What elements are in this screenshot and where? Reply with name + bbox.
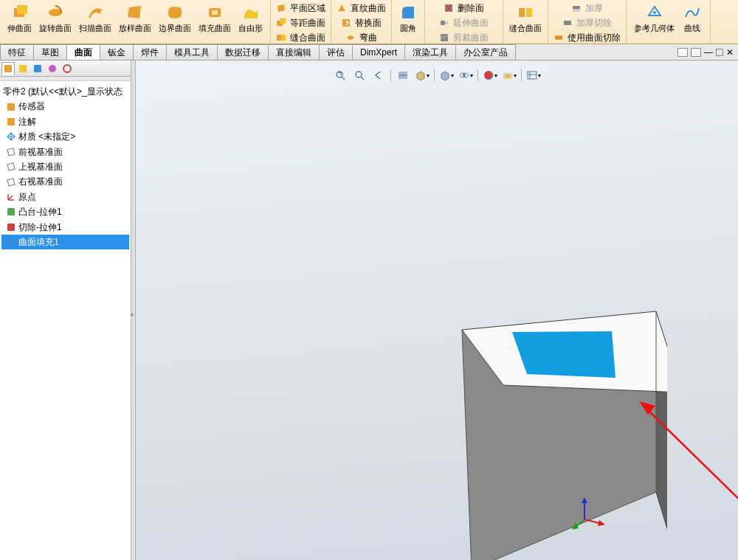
tree-item[interactable]: 原点	[1, 190, 129, 204]
window-close-icon[interactable]: ✕	[726, 47, 734, 58]
replace-face-button[interactable]: 替换面	[339, 16, 384, 30]
display-style-button[interactable]: ▾	[439, 68, 454, 83]
tab-dimxpert[interactable]: DimXpert	[352, 44, 405, 60]
ribbon-group-surfaces: 伸曲面 旋转曲面 扫描曲面 放样曲面 边界曲面 填充曲面	[0, 0, 271, 44]
ribbon-group-reference: 参考几何体 曲线	[627, 0, 711, 44]
model-cube[interactable]	[446, 297, 667, 560]
window-controls: — ✕	[677, 44, 738, 60]
hide-show-button[interactable]: ▾	[458, 68, 473, 83]
svg-point-28	[49, 65, 56, 72]
loft-surface-button[interactable]: 放样曲面	[116, 1, 154, 33]
ref-geometry-button[interactable]: 参考几何体	[631, 1, 677, 33]
display-manager-tab[interactable]	[61, 62, 74, 75]
planar-icon	[276, 3, 288, 15]
svg-rect-6	[280, 18, 286, 24]
property-manager-tab[interactable]	[16, 62, 30, 75]
thicken-icon	[571, 3, 583, 15]
svg-rect-17	[519, 8, 525, 17]
thicken-cut-button[interactable]: 加厚切除	[560, 16, 614, 30]
boss-extrude-icon	[6, 207, 16, 217]
tree-item[interactable]: 曲面填充1	[1, 235, 129, 249]
surface-cut-button[interactable]: 使用曲面切除	[551, 31, 623, 45]
freeform-button[interactable]: 自由形	[235, 1, 266, 33]
annotation-icon	[6, 117, 16, 127]
tree-item[interactable]: 前视基准面	[1, 145, 129, 159]
tab-directedit[interactable]: 直接编辑	[268, 44, 320, 60]
tab-rendertools[interactable]: 渲染工具	[404, 44, 456, 60]
trim-surface-button[interactable]: 剪裁曲面	[437, 31, 491, 45]
tree-item[interactable]: 凸台-拉伸1	[1, 204, 129, 219]
section-view-button[interactable]	[396, 68, 410, 83]
annotation-arrow	[638, 393, 738, 560]
offset-surface-button[interactable]: 等距曲面	[274, 16, 328, 30]
tree-root[interactable]: 零件2 (默认<<默认>_显示状态	[1, 84, 129, 99]
fill-surface-button[interactable]: 填充曲面	[196, 1, 234, 33]
surface-fill-icon	[6, 237, 16, 247]
svg-rect-19	[573, 6, 580, 9]
material-icon	[6, 131, 16, 142]
feature-manager-tab[interactable]	[1, 62, 15, 75]
planar-region-button[interactable]: 平面区域	[274, 1, 328, 15]
config-manager-tab[interactable]	[31, 62, 44, 75]
ruled-surface-button[interactable]: 直纹曲面	[334, 1, 388, 15]
tree-item-label: 凸台-拉伸1	[18, 204, 62, 219]
orientation-triad[interactable]	[571, 496, 608, 533]
tab-datamigration[interactable]: 数据迁移	[217, 44, 269, 60]
zoom-fit-button[interactable]: +	[333, 68, 348, 83]
tree-item[interactable]: 材质 <未指定>	[1, 129, 129, 144]
window-tile-icon[interactable]	[691, 48, 701, 57]
ribbon-group-ruled: 直纹曲面 替换面 弯曲	[331, 0, 392, 44]
extend-surface-button[interactable]: 延伸曲面	[437, 16, 491, 30]
manager-tabs	[0, 61, 131, 77]
graphics-viewport[interactable]: + ▾ ▾ ▾ ▾ ▾ ▾	[136, 61, 738, 560]
window-minimize-icon[interactable]: —	[704, 47, 713, 58]
edit-appearance-button[interactable]: ▾	[483, 68, 497, 83]
tree-item-label: 切除-拉伸1	[18, 220, 62, 235]
svg-rect-33	[7, 224, 15, 231]
dimxpert-manager-tab[interactable]	[46, 62, 59, 75]
fill-surface-icon	[204, 2, 225, 23]
tree-item-label: 右视基准面	[18, 174, 63, 189]
apply-scene-button[interactable]: ▾	[502, 68, 517, 83]
thicken-button[interactable]: 加厚	[569, 1, 605, 15]
tree-item[interactable]: 右视基准面	[1, 174, 129, 189]
window-cascade-icon[interactable]	[677, 48, 688, 57]
svg-rect-13	[441, 21, 445, 25]
knit-large-button[interactable]: 缝合曲面	[506, 1, 545, 33]
tab-features[interactable]: 特征	[0, 44, 34, 60]
flex-button[interactable]: 弯曲	[343, 31, 379, 45]
curves-button[interactable]: 曲线	[679, 1, 706, 33]
tab-weldments[interactable]: 焊件	[133, 44, 167, 60]
tree-item-label: 材质 <未指定>	[18, 129, 75, 144]
tab-moldtools[interactable]: 模具工具	[166, 44, 218, 60]
window-maximize-icon[interactable]	[716, 49, 723, 56]
svg-rect-34	[7, 238, 15, 246]
tab-sheetmetal[interactable]: 钣金	[100, 44, 134, 60]
tab-sketch[interactable]: 草图	[33, 44, 67, 60]
tree-item[interactable]: 传感器	[1, 99, 129, 114]
svg-rect-47	[528, 72, 537, 79]
svg-rect-1	[17, 5, 27, 14]
previous-view-button[interactable]	[371, 68, 386, 83]
tab-office[interactable]: 办公室产品	[455, 44, 516, 60]
revolve-surface-button[interactable]: 旋转曲面	[36, 1, 75, 33]
view-orientation-button[interactable]: ▾	[415, 68, 430, 83]
tab-surfaces[interactable]: 曲面	[66, 44, 100, 60]
tree-item-label: 前视基准面	[18, 145, 63, 159]
tree-item[interactable]: 切除-拉伸1	[1, 220, 129, 235]
fillet-button[interactable]: 圆角	[395, 1, 421, 33]
boundary-surface-button[interactable]: 边界曲面	[156, 1, 194, 33]
tree-item[interactable]: 上视基准面	[1, 159, 129, 174]
svg-point-24	[653, 11, 656, 14]
zoom-area-button[interactable]	[352, 68, 367, 83]
view-settings-button[interactable]: ▾	[526, 68, 541, 83]
tab-evaluate[interactable]: 评估	[319, 44, 353, 60]
extrude-surface-button[interactable]: 伸曲面	[4, 1, 35, 33]
delete-face-button[interactable]: 删除面	[441, 1, 486, 15]
svg-rect-31	[7, 118, 15, 125]
freeform-icon	[241, 2, 261, 23]
sweep-surface-button[interactable]: 扫描曲面	[76, 1, 114, 33]
knit-surface-button[interactable]: 缝合曲面	[274, 31, 328, 45]
loft-surface-icon	[125, 2, 145, 23]
tree-item[interactable]: 注解	[1, 114, 129, 129]
